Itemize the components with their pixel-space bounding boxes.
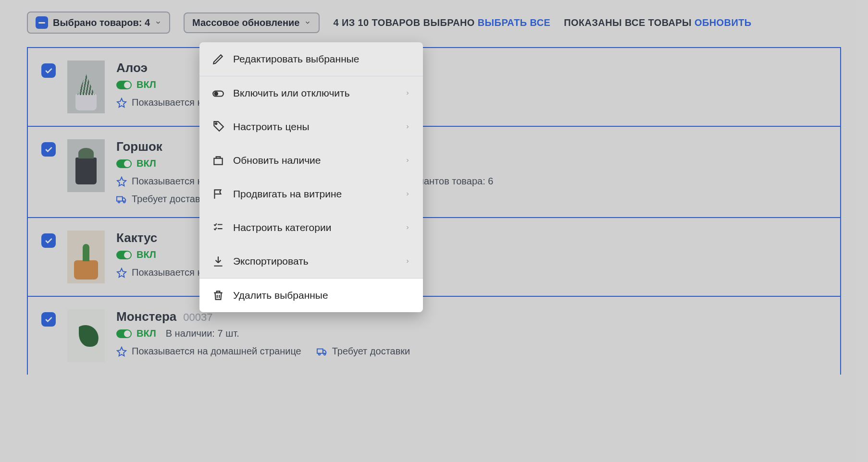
dropdown-item-label: Удалить выбранные [233,290,328,301]
svg-point-8 [118,201,120,203]
dropdown-item-export[interactable]: Экспортировать [199,244,423,278]
svg-point-15 [323,353,325,355]
product-thumbnail [67,139,105,192]
selection-status: 4 ИЗ 10 ТОВАРОВ ВЫБРАНО ВЫБРАТЬ ВСЕ [333,17,550,28]
checklist-icon [212,221,224,234]
product-thumbnail [67,61,105,113]
product-list: Алоэ ВКЛ Показывается на домашней страни… [27,47,841,375]
svg-rect-19 [214,158,222,165]
svg-point-14 [318,353,320,355]
status-label: ВКЛ [136,158,156,169]
chevron-right-icon [405,90,410,96]
chevron-right-icon [405,225,410,231]
flag-icon [212,188,224,200]
shipping-tag: Требует доставки [116,194,210,205]
toggle-icon [212,87,224,99]
select-all-link[interactable]: ВЫБРАТЬ ВСЕ [478,17,550,28]
product-name: Горшок [116,139,162,154]
bulk-update-button[interactable]: Массовое обновление [184,12,320,33]
dropdown-item-delete[interactable]: Удалить выбранные [199,279,423,312]
truck-icon [116,194,127,205]
display-status: ПОКАЗАНЫ ВСЕ ТОВАРЫ ОБНОВИТЬ [564,17,751,28]
dropdown-item-label: Продвигать на витрине [233,188,342,200]
chevron-right-icon [405,191,410,197]
dropdown-item-label: Настроить цены [233,121,310,133]
status-toggle[interactable] [116,81,132,89]
status-label: ВКЛ [136,328,156,339]
status-toggle[interactable] [116,329,132,338]
status-label: ВКЛ [136,79,156,90]
product-thumbnail [67,309,105,362]
tag-icon [212,121,224,133]
dropdown-item-prices[interactable]: Настроить цены [199,110,423,144]
refresh-link[interactable]: ОБНОВИТЬ [694,17,752,28]
chevron-right-icon [405,124,410,130]
trash-icon [212,289,224,302]
svg-point-9 [124,201,125,203]
product-name: Алоэ [116,61,148,75]
dropdown-item-label: Экспортировать [233,255,309,267]
product-row[interactable]: Горшок ВКЛ Показывается на домашней стра… [28,127,840,218]
status-toggle[interactable] [116,251,132,259]
selected-count-label: Выбрано товаров: 4 [53,17,150,28]
chevron-right-icon [405,158,410,163]
pencil-icon [212,53,224,65]
product-row[interactable]: Кактус ВКЛ Показывается на домашней стра… [28,218,840,297]
product-row[interactable]: Монстера 00037 ВКЛ В наличии: 7 шт. Пока… [28,297,840,375]
row-checkbox[interactable] [41,312,56,327]
dropdown-item-label: Редактировать выбранные [233,53,360,65]
star-icon [116,97,127,108]
dropdown-item-label: Включить или отключить [233,87,350,99]
dropdown-item-stock[interactable]: Обновить наличие [199,144,423,177]
truck-icon [317,346,327,357]
stock-label: В наличии: 7 шт. [166,328,239,339]
dropdown-item-label: Настроить категории [233,222,331,233]
product-name: Монстера [116,309,176,324]
star-icon [116,267,127,278]
product-row[interactable]: Алоэ ВКЛ Показывается на домашней страни… [28,48,840,127]
product-sku: 00037 [183,311,212,324]
box-icon [212,154,224,167]
dropdown-item-edit[interactable]: Редактировать выбранные [199,42,423,76]
chevron-down-icon [155,19,161,26]
bulk-update-label: Массовое обновление [192,17,299,28]
svg-rect-13 [317,349,323,353]
svg-rect-7 [117,196,123,201]
download-icon [212,255,224,267]
product-name: Кактус [116,231,157,245]
dropdown-item-toggle[interactable]: Включить или отключить [199,76,423,110]
status-toggle[interactable] [116,159,132,168]
status-label: ВКЛ [136,249,156,260]
selected-count-button[interactable]: Выбрано товаров: 4 [27,12,170,34]
dropdown-item-categories[interactable]: Настроить категории [199,211,423,244]
star-icon [116,176,127,187]
shipping-tag: Требует доставки [317,346,410,357]
row-checkbox[interactable] [41,63,56,78]
partial-select-icon [36,16,48,29]
svg-point-17 [214,92,218,96]
chevron-down-icon [304,19,311,26]
row-checkbox[interactable] [41,233,56,248]
svg-point-18 [215,123,217,124]
star-icon [116,346,127,357]
product-thumbnail [67,231,105,283]
home-tag: Показывается на домашней странице [116,346,301,357]
dropdown-item-label: Обновить наличие [233,155,321,166]
bulk-update-dropdown: Редактировать выбранные Включить или отк… [199,42,423,312]
dropdown-item-promote[interactable]: Продвигать на витрине [199,177,423,211]
chevron-right-icon [405,258,410,264]
row-checkbox[interactable] [41,142,56,157]
